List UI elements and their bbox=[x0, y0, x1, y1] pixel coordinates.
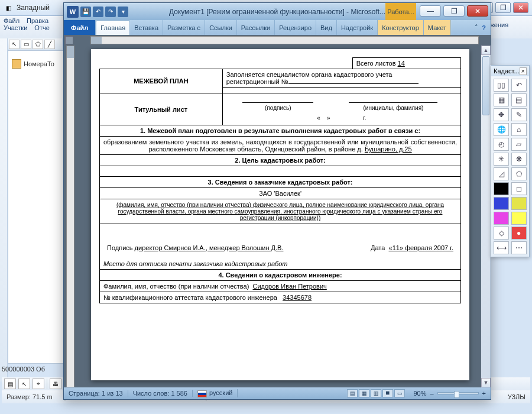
zoom-level[interactable]: 90% bbox=[413, 390, 426, 397]
view-switcher: ▤ ▦ ▥ ≣ ▭ bbox=[343, 389, 408, 397]
expand-icon[interactable]: ⟷ bbox=[494, 241, 509, 254]
page-viewport[interactable]: Всего листов 14 МЕЖЕВОЙ ПЛАН Заполняется… bbox=[77, 46, 491, 387]
save-icon[interactable]: 💾 bbox=[80, 7, 91, 17]
flag-ru-icon bbox=[197, 390, 207, 397]
print-layout-view-icon[interactable]: ▤ bbox=[347, 389, 358, 397]
crosshair-icon[interactable]: ✳ bbox=[494, 153, 509, 166]
zoom-control: 90% – + bbox=[408, 390, 491, 397]
polygon-icon[interactable]: ⬠ bbox=[511, 167, 527, 180]
document-area: Всего листов 14 МЕЖЕВОЙ ПЛАН Заполняется… bbox=[64, 46, 491, 387]
status-page[interactable]: Страница: 1 из 13 bbox=[64, 390, 128, 397]
tab-mailings[interactable]: Рассылки bbox=[237, 20, 275, 35]
backapp-icon: ◧ bbox=[4, 3, 13, 12]
menu-edit[interactable]: Правка bbox=[27, 17, 48, 24]
scroll-thumb[interactable] bbox=[482, 56, 489, 115]
fullscreen-view-icon[interactable]: ▦ bbox=[359, 389, 369, 397]
vertical-scrollbar[interactable]: ▲ ▼ bbox=[481, 46, 491, 387]
outline-view-icon[interactable]: ≣ bbox=[382, 389, 393, 397]
contextual-tab-group: Работа... bbox=[385, 3, 416, 20]
book-icon[interactable]: ▯▯ bbox=[494, 79, 509, 92]
close-icon[interactable]: × bbox=[520, 67, 527, 75]
draft-view-icon[interactable]: ▭ bbox=[394, 389, 405, 397]
tab-file[interactable]: Файл bbox=[64, 20, 96, 35]
record-icon[interactable]: ● bbox=[511, 227, 527, 240]
tab-home[interactable]: Главная bbox=[96, 20, 130, 35]
tab-review[interactable]: Рецензиро bbox=[275, 20, 316, 35]
scroll-down-icon[interactable]: ▼ bbox=[481, 378, 491, 387]
tree-item[interactable]: НомераТо bbox=[8, 51, 66, 71]
angle-icon[interactable]: ◿ bbox=[494, 167, 509, 180]
tab-insert[interactable]: Вставка bbox=[130, 20, 163, 35]
redo-icon[interactable]: ↷ bbox=[105, 7, 116, 17]
maximize-button[interactable]: ❐ bbox=[443, 5, 465, 17]
grid-icon[interactable]: ▦ bbox=[494, 93, 509, 106]
minimize-button[interactable]: — bbox=[420, 5, 441, 17]
tool-button[interactable]: 🖶 bbox=[50, 379, 61, 389]
ribbon-minimize-icon[interactable]: ˄ bbox=[475, 24, 478, 31]
ribbon-tabs: Файл Главная Вставка Разметка с Ссылки Р… bbox=[64, 20, 491, 35]
color-blue-icon[interactable] bbox=[494, 197, 509, 210]
polygon-tool-icon[interactable]: ⬠ bbox=[33, 40, 43, 49]
zoom-slider[interactable] bbox=[437, 392, 479, 394]
close-button[interactable]: ✕ bbox=[513, 2, 528, 13]
status-language[interactable]: русский bbox=[193, 389, 238, 397]
pencil-icon[interactable]: ✎ bbox=[511, 108, 527, 121]
tab-addins[interactable]: Надстройк bbox=[337, 20, 378, 35]
word-statusbar: Страница: 1 из 13 Число слов: 1 586 русс… bbox=[64, 387, 491, 399]
close-button[interactable]: ✕ bbox=[467, 5, 488, 17]
help-icon[interactable]: ? bbox=[482, 24, 486, 31]
backapp-title: Западный bbox=[17, 4, 50, 12]
tab-table-layout[interactable]: Макет bbox=[424, 20, 451, 35]
globe-icon[interactable]: 🌐 bbox=[494, 123, 509, 136]
horizontal-ruler[interactable] bbox=[90, 36, 479, 44]
menu-file[interactable]: Файл bbox=[4, 17, 20, 24]
word-titlebar[interactable]: W 💾 ↶ ↷ ▾ Документ1 [Режим ограниченной … bbox=[64, 3, 491, 20]
vertical-ruler[interactable] bbox=[66, 46, 74, 387]
tab-references[interactable]: Ссылки bbox=[205, 20, 237, 35]
menu-reports[interactable]: Отче bbox=[34, 24, 49, 31]
color-lightyellow-icon[interactable] bbox=[511, 212, 527, 225]
palette-titlebar[interactable]: Кадаст... × bbox=[491, 66, 529, 76]
arrow-tool-icon[interactable]: ↖ bbox=[9, 40, 20, 49]
document-page[interactable]: Всего листов 14 МЕЖЕВОЙ ПЛАН Заполняется… bbox=[91, 49, 469, 380]
status-wordcount[interactable]: Число слов: 1 586 bbox=[128, 390, 193, 397]
web-view-icon[interactable]: ▥ bbox=[371, 389, 381, 397]
word-app-icon[interactable]: W bbox=[67, 6, 79, 18]
cadastre-tool-palette[interactable]: Кадаст... × ▯▯ ↶ ▦ ▤ ✥ ✎ 🌐 ⌂ ◴ ▱ ✳ ❋ ◿ ⬠… bbox=[491, 65, 530, 257]
tab-view[interactable]: Вид bbox=[316, 20, 337, 35]
tool-button[interactable]: ▤ bbox=[4, 379, 16, 389]
menu-areas[interactable]: Участки bbox=[4, 24, 27, 31]
diamond-icon[interactable]: ◇ bbox=[494, 227, 509, 240]
tool-button[interactable]: ⌖ bbox=[33, 379, 44, 389]
backapp-tree-panel: НомераТо bbox=[8, 50, 67, 364]
move-icon[interactable]: ✥ bbox=[494, 108, 509, 121]
folder-icon bbox=[12, 59, 21, 69]
fill-black-icon[interactable] bbox=[494, 182, 509, 195]
clock-icon[interactable]: ◴ bbox=[494, 138, 509, 151]
tab-design[interactable]: Конструктор bbox=[378, 20, 424, 35]
more-icon[interactable]: ⋯ bbox=[511, 241, 527, 254]
rect-tool-icon[interactable]: ▭ bbox=[21, 40, 31, 49]
table-icon[interactable]: ▤ bbox=[511, 93, 527, 106]
qat-more-icon[interactable]: ▾ bbox=[118, 7, 128, 17]
burst-icon[interactable]: ❋ bbox=[511, 153, 527, 166]
color-magenta-icon[interactable] bbox=[494, 212, 509, 225]
undo-icon[interactable]: ↶ bbox=[511, 79, 527, 92]
line-tool-icon[interactable]: ╱ bbox=[44, 40, 55, 49]
undo-icon[interactable]: ↶ bbox=[93, 7, 103, 17]
color-yellow-icon[interactable] bbox=[511, 197, 527, 210]
zoom-out-icon[interactable]: – bbox=[430, 390, 433, 397]
backapp-readout: 500000003 Об bbox=[2, 366, 63, 373]
house-icon[interactable]: ⌂ bbox=[511, 123, 527, 136]
word-window: W 💾 ↶ ↷ ▾ Документ1 [Режим ограниченной … bbox=[63, 2, 491, 400]
tool-button[interactable]: ↖ bbox=[18, 379, 30, 389]
tab-layout[interactable]: Разметка с bbox=[163, 20, 205, 35]
maximize-button[interactable]: ❐ bbox=[495, 2, 511, 13]
horizontal-ruler-area bbox=[64, 35, 491, 46]
scroll-up-icon[interactable]: ▲ bbox=[481, 46, 491, 55]
ruler-corner[interactable] bbox=[65, 36, 73, 44]
shape-icon[interactable]: ◻ bbox=[511, 182, 527, 195]
area-icon[interactable]: ▱ bbox=[511, 138, 527, 151]
quick-access-toolbar: W 💾 ↶ ↷ ▾ bbox=[67, 6, 128, 18]
zoom-in-icon[interactable]: + bbox=[482, 390, 486, 397]
